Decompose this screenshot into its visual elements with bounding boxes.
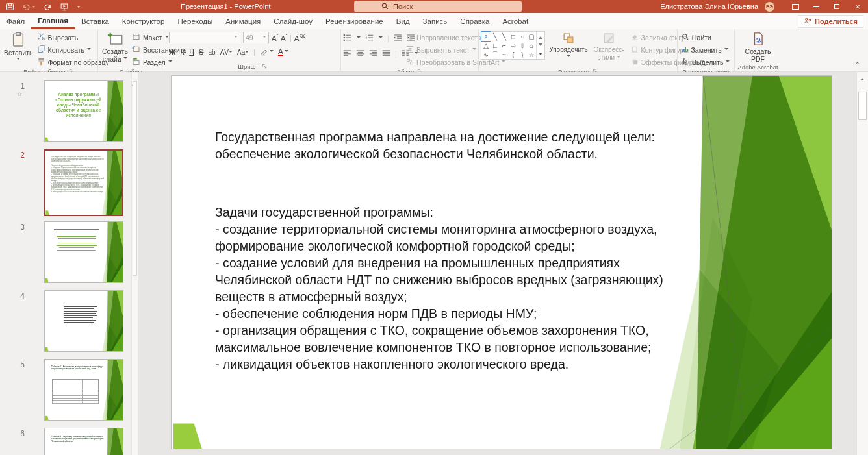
main-scrollbar[interactable] bbox=[856, 72, 868, 455]
shape-star[interactable]: ☆ bbox=[527, 50, 536, 59]
tab-insert[interactable]: Вставка bbox=[75, 14, 116, 29]
shrink-font-button[interactable]: Аˇ bbox=[281, 34, 287, 42]
shape-curve[interactable]: ~ bbox=[500, 50, 509, 59]
share-button[interactable]: Поделиться bbox=[798, 15, 863, 28]
bold-button[interactable]: Ж bbox=[169, 48, 175, 56]
bullets-button[interactable] bbox=[343, 34, 352, 43]
shape-line[interactable]: ╲ bbox=[491, 32, 500, 41]
ribbon-display-options-button[interactable] bbox=[785, 0, 806, 13]
slide-thumbnail-5[interactable]: Таблица 1 - Количество, выброшенных в ат… bbox=[44, 359, 123, 421]
slide-thumbnail-3[interactable] bbox=[44, 221, 123, 283]
create-pdf-button[interactable]: Создать PDF bbox=[743, 30, 773, 63]
align-center-button[interactable] bbox=[356, 49, 364, 58]
shape-elbow[interactable]: ∟ bbox=[491, 41, 500, 50]
select-button[interactable]: Выделить bbox=[680, 56, 732, 68]
grow-font-button[interactable]: Аˆ bbox=[272, 34, 278, 42]
shape-arc[interactable]: ⌒ bbox=[491, 50, 500, 59]
slide-number-4: 4 bbox=[14, 291, 25, 301]
character-spacing-button[interactable]: АV bbox=[220, 49, 233, 56]
text-direction-icon bbox=[406, 33, 414, 42]
justify-button[interactable] bbox=[382, 49, 390, 58]
tab-help[interactable]: Справка bbox=[453, 14, 496, 29]
numbering-button[interactable] bbox=[365, 34, 374, 43]
highlight-color-button[interactable] bbox=[260, 48, 274, 56]
shape-arrow-right[interactable]: ⇨ bbox=[509, 41, 518, 50]
quick-styles-button[interactable]: Экспресс- стили bbox=[592, 30, 626, 62]
shape-scribble[interactable]: ∿ bbox=[481, 50, 491, 59]
shapes-more-button[interactable] bbox=[537, 50, 544, 59]
italic-button[interactable]: К bbox=[180, 48, 185, 56]
user-name[interactable]: Елистратова Элина Юрьевна bbox=[660, 3, 758, 10]
slide-number-5: 5 bbox=[14, 360, 25, 369]
shapes-scroll-up[interactable] bbox=[537, 32, 544, 41]
avatar[interactable]: ЕЭ bbox=[765, 2, 774, 12]
tab-home[interactable]: Главная bbox=[31, 14, 75, 29]
collapse-ribbon-button[interactable]: ⌃ bbox=[855, 61, 860, 68]
shape-pentagon[interactable]: ⌂ bbox=[527, 41, 536, 50]
save-icon[interactable] bbox=[6, 3, 14, 11]
scrollbar-thumb[interactable] bbox=[858, 92, 867, 120]
arrange-button[interactable]: Упорядочить bbox=[548, 30, 589, 59]
slide-thumbnail-2[interactable]: Государственная программа направлена на … bbox=[44, 149, 123, 216]
align-text-icon bbox=[406, 45, 414, 55]
change-case-button[interactable]: Аа bbox=[237, 49, 249, 56]
restore-button[interactable] bbox=[826, 0, 847, 13]
tab-record[interactable]: Запись bbox=[416, 14, 454, 29]
shape-textbox[interactable]: А bbox=[481, 32, 491, 41]
group-slides: Создать слайд Макет Восстановить Раздел … bbox=[97, 29, 164, 71]
redo-icon[interactable] bbox=[44, 3, 52, 11]
shape-rectangle[interactable]: □ bbox=[509, 32, 518, 41]
shape-elbow-arrow[interactable]: ⌐ bbox=[500, 41, 509, 50]
minimize-button[interactable] bbox=[806, 0, 826, 13]
paste-button[interactable]: Вставить bbox=[2, 30, 35, 62]
shape-triangle[interactable]: △ bbox=[481, 41, 491, 50]
text-shadow-button[interactable]: ab bbox=[209, 49, 216, 56]
new-slide-button[interactable]: Создать слайд bbox=[100, 30, 130, 63]
thumbnail-scrollbar[interactable] bbox=[131, 72, 138, 455]
customize-qat-icon[interactable] bbox=[77, 6, 81, 10]
shape-effects-icon bbox=[631, 58, 639, 67]
slide-text-placeholder[interactable]: Государственная программа направлена на … bbox=[215, 112, 670, 389]
font-name-combo[interactable] bbox=[169, 32, 240, 43]
animation-star-icon: ☆ bbox=[17, 91, 22, 97]
shape-oval[interactable]: ○ bbox=[518, 32, 527, 41]
tab-review[interactable]: Рецензирование bbox=[319, 14, 390, 29]
group-acrobat: Создать PDF Adobe Acrobat bbox=[734, 29, 781, 71]
search-box[interactable]: Поиск bbox=[354, 1, 522, 12]
find-button[interactable]: Найти bbox=[680, 31, 732, 43]
tab-slideshow[interactable]: Слайд-шоу bbox=[267, 14, 319, 29]
font-dialog-launcher[interactable] bbox=[262, 63, 267, 70]
shapes-gallery[interactable]: А ╲ ╲ □ ○ ▢ △ ∟ ⌐ ⇨ ⇩ ⌂ ∿ ⌒ ~ { } bbox=[481, 31, 545, 60]
decrease-indent-button[interactable] bbox=[394, 34, 402, 43]
shape-right-brace[interactable]: } bbox=[518, 50, 527, 59]
underline-button[interactable]: Ч bbox=[189, 48, 194, 56]
shape-arrow[interactable]: ╲ bbox=[500, 32, 509, 41]
tab-view[interactable]: Вид bbox=[390, 14, 416, 29]
shape-arrow-down[interactable]: ⇩ bbox=[518, 41, 527, 50]
slide-thumbnail-1[interactable]: Анализ программы «Охрана окружающей сред… bbox=[44, 80, 123, 142]
align-right-button[interactable] bbox=[369, 49, 377, 58]
layout-icon bbox=[132, 32, 140, 42]
tab-animations[interactable]: Анимация bbox=[219, 14, 267, 29]
scroll-up-button[interactable] bbox=[860, 76, 864, 80]
tab-acrobat[interactable]: Acrobat bbox=[496, 14, 535, 29]
align-left-button[interactable] bbox=[343, 49, 351, 58]
clear-formatting-button[interactable]: А⌫ bbox=[294, 34, 306, 42]
strikethrough-button[interactable]: S bbox=[199, 48, 204, 56]
font-color-button[interactable]: А bbox=[278, 48, 288, 56]
tab-design[interactable]: Конструктор bbox=[116, 14, 172, 29]
shape-rounded-rectangle[interactable]: ▢ bbox=[527, 32, 536, 41]
group-font: 49 Аˆ Аˇ | А⌫ Ж К Ч S ab АV Аа | А Шрифт bbox=[164, 29, 340, 71]
slide-thumbnail-4[interactable] bbox=[44, 290, 123, 352]
undo-icon[interactable] bbox=[22, 3, 36, 11]
slide-thumbnail-6[interactable]: Таблица 4 - Перечень основных водохозяйс… bbox=[44, 428, 123, 455]
shapes-scroll-down[interactable] bbox=[537, 41, 544, 50]
start-slideshow-icon[interactable] bbox=[60, 3, 69, 11]
tab-transitions[interactable]: Переходы bbox=[171, 14, 219, 29]
font-size-combo[interactable]: 49 bbox=[243, 32, 269, 43]
replace-button[interactable]: ab Заменить bbox=[680, 43, 732, 56]
tab-file[interactable]: Файл bbox=[0, 14, 31, 29]
shape-left-brace[interactable]: { bbox=[509, 50, 518, 59]
close-button[interactable]: × bbox=[847, 0, 868, 13]
current-slide-canvas[interactable]: Государственная программа направлена на … bbox=[171, 75, 832, 449]
